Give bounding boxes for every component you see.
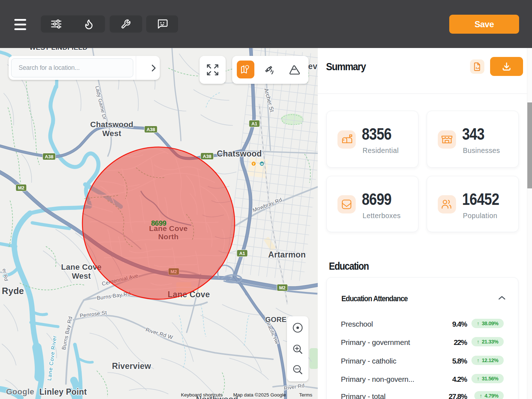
svg-text:Mowbray Rd: Mowbray Rd: [252, 196, 283, 213]
svg-text:A38: A38: [45, 154, 53, 159]
svg-text:Artarmon: Artarmon: [268, 250, 306, 259]
svg-text:Linley Point: Linley Point: [39, 387, 87, 396]
svg-text:ev: ev: [308, 62, 317, 71]
svg-text:Penrose St: Penrose St: [79, 309, 107, 318]
svg-text:WEST LINDFIELD: WEST LINDFIELD: [29, 48, 87, 51]
svg-text:Lane Cove River: Lane Cove River: [46, 335, 57, 381]
svg-text:A1: A1: [251, 121, 258, 126]
svg-text:M2: M2: [279, 285, 286, 290]
svg-text:M: M: [260, 162, 263, 166]
svg-text:Lady Game Dr: Lady Game Dr: [94, 85, 107, 120]
svg-text:Riverview: Riverview: [112, 361, 151, 371]
svg-text:River Rd: River Rd: [283, 383, 305, 391]
svg-text:A38: A38: [147, 127, 155, 132]
svg-text:er Rd: er Rd: [1, 268, 9, 281]
svg-text:M2: M2: [18, 185, 24, 191]
svg-text:8699: 8699: [151, 219, 167, 227]
svg-text:T: T: [253, 162, 255, 166]
svg-text:A38: A38: [203, 154, 211, 159]
svg-text:A1: A1: [239, 251, 245, 256]
svg-text:West: West: [102, 129, 121, 138]
svg-text:Chatswood: Chatswood: [217, 149, 262, 158]
svg-text:Ryde: Ryde: [2, 286, 24, 296]
svg-text:Pacific Hw: Pacific Hw: [265, 321, 280, 345]
svg-text:Chatswood: Chatswood: [90, 120, 133, 129]
svg-text:River Rd W: River Rd W: [145, 326, 174, 340]
svg-text:Archer St: Archer St: [263, 87, 275, 113]
svg-text:West: West: [72, 271, 91, 280]
